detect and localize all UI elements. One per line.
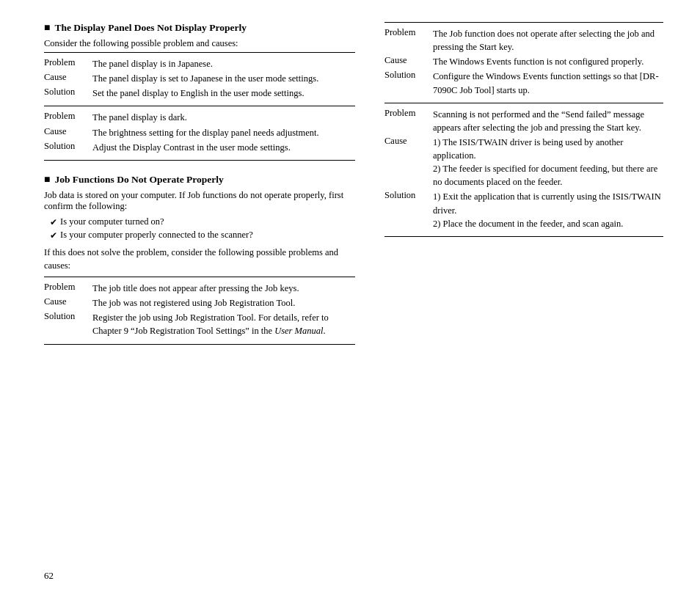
cause-label: Cause xyxy=(384,136,427,189)
problem-text: The panel display is in Japanese. xyxy=(92,57,355,70)
cause-text: The Windows Events function is not confi… xyxy=(433,55,663,68)
solution-entry: Solution 1) Exit the application that is… xyxy=(384,190,663,230)
section1-title: ■ The Display Panel Does Not Display Pro… xyxy=(44,22,355,34)
section2-intro2: If this does not solve the problem, cons… xyxy=(44,246,355,272)
problem-label: Problem xyxy=(384,108,427,134)
problem-text: The job title does not appear after pres… xyxy=(92,282,355,295)
problem-entry: Problem The job title does not appear af… xyxy=(44,282,355,295)
cause-label: Cause xyxy=(44,296,87,310)
cause-label: Cause xyxy=(44,72,87,85)
section1-table: Problem The panel display is in Japanese… xyxy=(44,52,355,161)
solution-text: Adjust the Display Contrast in the user … xyxy=(92,141,355,154)
cause-entry: Cause 1) The ISIS/TWAIN driver is being … xyxy=(384,136,663,189)
solution-entry: Solution Configure the Windows Events fu… xyxy=(384,70,663,96)
solution-entry: Solution Set the panel display to Englis… xyxy=(44,87,355,100)
cause-label: Cause xyxy=(44,126,87,139)
section2-table: Problem The job title does not appear af… xyxy=(44,277,355,345)
list-item: ✔ Is your computer properly connected to… xyxy=(50,230,355,241)
table-row: Problem The job title does not appear af… xyxy=(44,277,355,345)
problem-entry: Problem The panel display is dark. xyxy=(44,111,355,124)
section2: ■ Job Functions Do Not Operate Properly … xyxy=(44,174,355,345)
cause-text: The brightness setting for the display p… xyxy=(92,126,355,139)
solution-text: Register the job using Job Registration … xyxy=(92,311,355,337)
bullet-icon: ■ xyxy=(44,174,50,186)
cause-entry: Cause The panel display is set to Japane… xyxy=(44,72,355,85)
section2-title: ■ Job Functions Do Not Operate Properly xyxy=(44,174,355,186)
solution-label: Solution xyxy=(44,141,87,154)
cause-text: The panel display is set to Japanese in … xyxy=(92,72,355,85)
solution-label: Solution xyxy=(384,70,427,96)
problem-label: Problem xyxy=(384,27,427,54)
solution-label: Solution xyxy=(384,190,427,230)
checkmark-icon: ✔ xyxy=(50,217,57,228)
solution-text: 1) Exit the application that is currentl… xyxy=(433,190,663,230)
right-column: Problem The Job function does not operat… xyxy=(384,22,663,345)
problem-entry: Problem The panel display is in Japanese… xyxy=(44,57,355,70)
table-row: Problem The Job function does not operat… xyxy=(384,23,663,103)
checkmark-icon: ✔ xyxy=(50,230,57,241)
right-table: Problem The Job function does not operat… xyxy=(384,22,663,237)
problem-label: Problem xyxy=(44,282,87,295)
problem-label: Problem xyxy=(44,111,87,124)
solution-entry: Solution Register the job using Job Regi… xyxy=(44,311,355,337)
problem-text: The Job function does not operate after … xyxy=(433,27,663,54)
table-row: Problem The panel display is dark. Cause… xyxy=(44,106,355,160)
problem-label: Problem xyxy=(44,57,87,70)
table-row: Problem Scanning is not performed and th… xyxy=(384,103,663,237)
bullet-icon: ■ xyxy=(44,22,50,34)
problem-text: The panel display is dark. xyxy=(92,111,355,124)
problem-text: Scanning is not performed and the “Send … xyxy=(433,108,663,134)
section2-intro1: Job data is stored on your computer. If … xyxy=(44,190,355,212)
list-item: ✔ Is your computer turned on? xyxy=(50,216,355,228)
problem-entry: Problem Scanning is not performed and th… xyxy=(384,108,663,134)
cause-label: Cause xyxy=(384,55,427,68)
solution-label: Solution xyxy=(44,87,87,100)
cause-text: The job was not registered using Job Reg… xyxy=(92,296,355,310)
cause-entry: Cause The Windows Events function is not… xyxy=(384,55,663,68)
cause-entry: Cause The brightness setting for the dis… xyxy=(44,126,355,139)
cause-entry: Cause The job was not registered using J… xyxy=(44,296,355,310)
solution-entry: Solution Adjust the Display Contrast in … xyxy=(44,141,355,154)
table-row: Problem The panel display is in Japanese… xyxy=(44,53,355,106)
solution-label: Solution xyxy=(44,311,87,337)
solution-text: Set the panel display to English in the … xyxy=(92,87,355,100)
section1-intro: Consider the following possible problem … xyxy=(44,38,355,49)
page-number: 62 xyxy=(44,570,54,582)
left-column: ■ The Display Panel Does Not Display Pro… xyxy=(44,22,355,345)
bullet-list: ✔ Is your computer turned on? ✔ Is your … xyxy=(50,216,355,241)
problem-entry: Problem The Job function does not operat… xyxy=(384,27,663,54)
cause-text: 1) The ISIS/TWAIN driver is being used b… xyxy=(433,136,663,189)
solution-text: Configure the Windows Events function se… xyxy=(433,70,663,96)
